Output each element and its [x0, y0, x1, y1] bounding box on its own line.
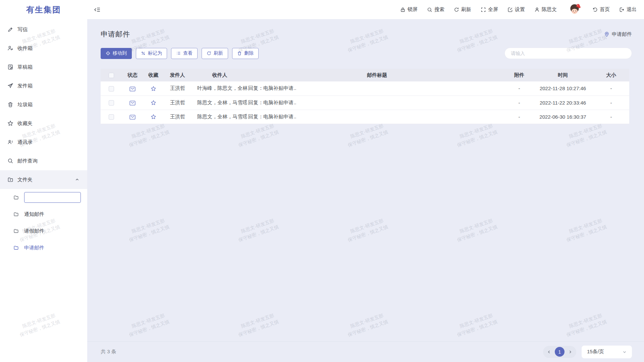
folder-plus-icon [7, 177, 13, 183]
cell-attachment: - [506, 81, 533, 96]
cell-attachment: - [506, 110, 533, 124]
logout-button[interactable]: 退出 [619, 6, 637, 13]
favorite-star-icon[interactable] [151, 114, 156, 120]
fullscreen-button[interactable]: 全屏 [481, 6, 498, 13]
cell-subject[interactable]: 回复：电脑补贴申请.. [248, 110, 506, 124]
mark-as-label: 标记为 [148, 50, 162, 56]
lock-screen-button[interactable]: 锁屏 [400, 6, 418, 13]
home-label: 首页 [600, 6, 610, 13]
new-folder-row [0, 189, 87, 206]
search-icon [7, 158, 13, 164]
mail-status-icon [129, 115, 136, 120]
folder-icon [13, 228, 19, 234]
refresh-label: 刷新 [214, 50, 223, 56]
sidebar-label-inbox: 收件箱 [17, 45, 33, 52]
logout-label: 退出 [627, 6, 637, 13]
mail-status-icon [129, 101, 136, 106]
lock-screen-label: 锁屏 [408, 6, 418, 13]
table-row[interactable]: 王洪哲 陈思文，全林，马雪瑶 回复：电脑补贴申请.. - 2022-11-22 … [101, 96, 629, 110]
home-button[interactable]: 首页 [592, 6, 610, 13]
delete-button[interactable]: 删除 [232, 48, 259, 59]
sidebar-collapse-button[interactable] [94, 6, 101, 13]
sidebar-label-compose: 写信 [17, 26, 28, 33]
folder-label: 通知邮件 [24, 211, 44, 218]
folder-item-notify[interactable]: 通知邮件 [0, 206, 87, 223]
location-pin-icon [604, 32, 609, 37]
pagination: 1 [543, 346, 576, 358]
current-user-button[interactable]: 陈思文 [534, 6, 557, 13]
total-count: 共 3 条 [101, 349, 116, 355]
cell-subject[interactable]: 回复：电脑补贴申请.. [248, 96, 506, 110]
row-checkbox[interactable] [109, 100, 114, 106]
folder-list: 通知邮件 请假邮件 申请邮件 [0, 189, 87, 256]
company-logo: 有生集团 [0, 0, 87, 19]
cell-size: - [593, 110, 629, 124]
view-list-icon [176, 51, 181, 56]
sidebar-item-contacts[interactable]: 通讯录 [0, 133, 87, 152]
sidebar-label-folders: 文件夹 [17, 177, 33, 183]
sidebar-item-folders[interactable]: 文件夹 [0, 170, 87, 189]
fullscreen-icon [481, 7, 486, 12]
global-search-label: 搜索 [434, 6, 444, 13]
table-row[interactable]: 王洪哲 叶海峰，陈思文，全林 回复：电脑补贴申请.. - 2022-11-28 … [101, 81, 629, 96]
cell-sender: 王洪哲 [164, 96, 191, 110]
header-favorite: 收藏 [143, 69, 164, 81]
cell-time: 2022-06-30 16:30:37 [533, 110, 593, 124]
folder-icon [13, 212, 19, 217]
pen-icon [7, 26, 13, 33]
collapse-menu-icon [94, 6, 101, 13]
cell-size: - [593, 81, 629, 96]
app-window: 有生集团 锁屏 搜索 刷新 [0, 0, 644, 362]
page-size-select[interactable]: 15条/页 [582, 346, 632, 358]
view-button[interactable]: 查看 [171, 48, 198, 59]
folder-item-leave[interactable]: 请假邮件 [0, 223, 87, 239]
page-refresh-button[interactable]: 刷新 [454, 6, 471, 13]
sidebar-item-favorites[interactable]: 收藏夹 [0, 114, 87, 133]
folder-item-apply[interactable]: 申请邮件 [0, 239, 87, 256]
chevron-left-icon [547, 350, 551, 354]
page-number[interactable]: 1 [555, 347, 565, 357]
favorite-star-icon[interactable] [151, 86, 156, 92]
prev-page-button[interactable] [544, 347, 554, 357]
row-checkbox[interactable] [109, 86, 114, 92]
move-to-button[interactable]: 移动到 [101, 48, 132, 59]
favorite-star-icon[interactable] [151, 100, 156, 106]
delete-label: 删除 [244, 50, 254, 56]
chevron-up-icon [75, 177, 79, 183]
folder-label: 请假邮件 [24, 228, 44, 234]
sidebar-label-drafts: 草稿箱 [17, 64, 33, 70]
global-search-button[interactable]: 搜索 [427, 6, 444, 13]
sidebar-menu: 写信 收件箱 草稿箱 发件箱 [0, 20, 87, 256]
user-avatar[interactable] [568, 3, 582, 17]
logout-icon [619, 7, 625, 12]
sidebar-item-mail-search[interactable]: 邮件查询 [0, 152, 87, 170]
mark-as-button[interactable]: 标记为 [136, 48, 167, 59]
toolbar: 移动到 标记为 查看 [101, 48, 259, 59]
trash-icon [7, 102, 13, 108]
sidebar-item-inbox[interactable]: 收件箱 [0, 39, 87, 58]
draft-document-icon [7, 64, 13, 70]
table-row[interactable]: 王洪哲 陈思文，全林，马雪瑶 回复：电脑补贴申请.. - 2022-06-30 … [101, 110, 629, 124]
sidebar-item-compose[interactable]: 写信 [0, 20, 87, 39]
cell-time: 2022-11-22 20:33:46 [533, 96, 593, 110]
header-sender: 发件人 [164, 69, 191, 81]
new-folder-input[interactable] [24, 192, 81, 203]
home-back-icon [592, 7, 598, 12]
table-search-input[interactable] [504, 48, 632, 59]
sidebar-label-mail-search: 邮件查询 [17, 158, 38, 164]
lock-icon [400, 7, 406, 12]
row-checkbox[interactable] [109, 114, 114, 120]
sidebar-item-sent[interactable]: 发件箱 [0, 76, 87, 95]
settings-button[interactable]: 设置 [507, 6, 525, 13]
user-icon [534, 7, 540, 12]
refresh-button[interactable]: 刷新 [202, 48, 228, 59]
cell-subject[interactable]: 回复：电脑补贴申请.. [248, 81, 506, 96]
select-all-checkbox[interactable] [109, 73, 114, 78]
sidebar-item-drafts[interactable]: 草稿箱 [0, 58, 87, 76]
fullscreen-label: 全屏 [488, 6, 498, 13]
sidebar-item-trash[interactable]: 垃圾箱 [0, 95, 87, 114]
sidebar-label-favorites: 收藏夹 [17, 120, 33, 127]
sidebar-label-trash: 垃圾箱 [17, 102, 33, 108]
next-page-button[interactable] [566, 347, 575, 357]
header-subject: 邮件标题 [248, 69, 506, 81]
